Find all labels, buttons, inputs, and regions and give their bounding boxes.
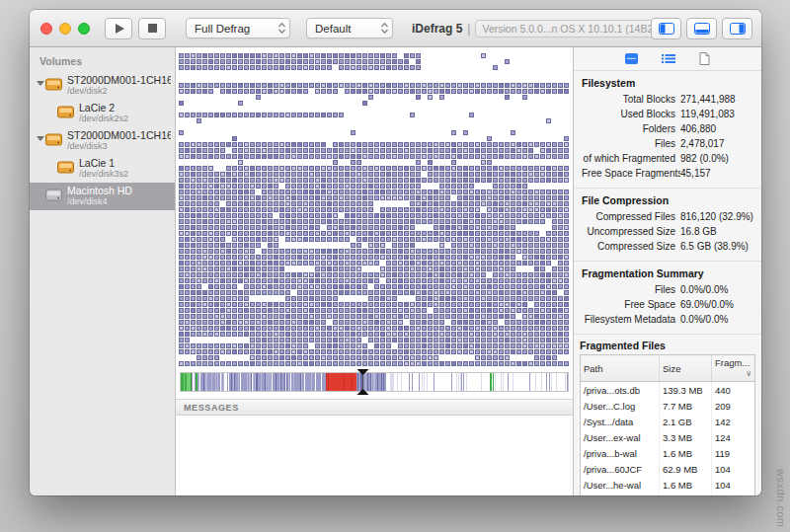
table-cell: /User...C.log [581, 398, 660, 414]
section-title: Fragmentation Summary [582, 267, 753, 279]
right-panel-icon [730, 23, 746, 35]
title-separator: | [467, 22, 470, 36]
stat-row: Free Space69.0%/0.0% [582, 297, 753, 312]
stat-value: 0.0%/0.0% [680, 282, 728, 297]
close-button[interactable] [40, 23, 52, 35]
volume-device: /dev/disk3s2 [79, 169, 171, 180]
messages-header-label: MESSAGES [184, 403, 239, 413]
column-header-fragm[interactable]: Fragm...∨ [712, 355, 755, 382]
tab-log[interactable] [699, 52, 710, 65]
minimize-button[interactable] [59, 23, 71, 35]
fragmented-file-row[interactable]: /priva...60JCF62.9 MB104 [581, 461, 755, 477]
stat-row: Filesystem Metadata0.0%/0.0% [582, 312, 753, 327]
stat-value: 0.0%/0.0% [680, 312, 728, 327]
fragmented-files-table[interactable]: PathSizeFragm...∨/priva...ots.db139.3 MB… [580, 354, 755, 495]
table-cell: 440 [712, 382, 755, 399]
table-cell: 62.9 MB [660, 461, 712, 477]
defrag-mode-value: Full Defrag [195, 23, 277, 35]
disclosure-triangle-icon[interactable] [37, 81, 44, 86]
toggle-inspector-button[interactable] [722, 18, 752, 39]
stop-defrag-button[interactable] [138, 18, 166, 39]
fragmented-file-row[interactable]: /priva...b-wal1.6 MB119 [581, 445, 755, 461]
stat-row: of which Fragmented982 (0.0%) [582, 151, 753, 166]
volume-name: LaCie 2 [79, 102, 171, 114]
stat-value: 69.0%/0.0% [680, 297, 734, 312]
stat-value: 16.8 GB [680, 224, 717, 239]
tab-legend[interactable] [662, 53, 675, 64]
blocks-icon [625, 53, 638, 64]
table-cell: 142 [712, 414, 755, 429]
volume-name: ST2000DM001-1CH164 [67, 74, 171, 86]
stat-value: 816,120 (32.9%) [680, 209, 753, 224]
toggle-messages-button[interactable] [686, 18, 717, 39]
inspector-section-file-compression: File CompressionCompressed Files816,120 … [574, 189, 761, 262]
volume-item-st2000dm001-1ch164-2[interactable]: ST2000DM001-1CH164/dev/disk3 [30, 127, 175, 155]
tab-statistics[interactable] [625, 53, 638, 64]
fragmented-files-title: Fragmented Files [580, 340, 755, 351]
stat-row: Files0.0%/0.0% [582, 282, 753, 297]
stat-label: Compressed Size [582, 239, 680, 254]
block-map-view[interactable] [179, 53, 570, 367]
external-drive-icon [45, 133, 62, 146]
table-cell: 104 [712, 477, 755, 493]
stat-label: Files [582, 282, 680, 297]
stat-label: Total Blocks [582, 92, 680, 107]
disk-overview-strip[interactable] [180, 369, 569, 395]
stat-label: Free Space [582, 297, 680, 312]
table-cell: /priva...b-wal [581, 445, 660, 461]
disclosure-triangle-icon[interactable] [37, 136, 44, 141]
fragmented-file-row[interactable]: /User...C.log7.7 MB209 [581, 398, 755, 414]
external-drive-icon [57, 106, 74, 118]
fragmented-files-section: Fragmented Files PathSizeFragm...∨/priva… [574, 335, 761, 495]
stat-row: Uncompressed Size16.8 GB [582, 224, 753, 239]
table-cell: 1.6 MB [660, 445, 712, 461]
profile-popup[interactable]: Default [306, 18, 393, 38]
volume-item-lacie-2-1[interactable]: LaCie 2/dev/disk2s2 [30, 100, 175, 127]
inspector-section-filesystem: FilesystemTotal Blocks271,441,988Used Bl… [574, 71, 761, 189]
stop-icon [148, 24, 157, 33]
volume-item-st2000dm001-1ch164-0[interactable]: ST2000DM001-1CH164/dev/disk2 [30, 72, 175, 100]
stat-label: of which Fragmented [582, 151, 680, 166]
window-title: iDefrag 5 | Version 5.0.0...n OS X 10.10… [412, 10, 670, 47]
table-cell: 1.6 MB [660, 477, 712, 493]
stat-row: Used Blocks119,491,083 [582, 107, 753, 121]
stat-row: Compressed Size6.5 GB (38.9%) [582, 239, 753, 254]
fragmented-file-row[interactable]: /User...ex-wal3.3 MB124 [581, 429, 755, 445]
list-icon [662, 53, 675, 64]
table-cell: 209 [712, 398, 755, 414]
table-cell: 3.3 MB [660, 429, 712, 445]
fragmented-file-row[interactable]: /User...he-wal1.6 MB104 [581, 477, 755, 493]
external-drive-icon [45, 78, 62, 91]
desktop-background: Full Defrag Default iDefrag 5 | Version … [0, 0, 790, 532]
table-cell: 2.1 GB [660, 414, 712, 429]
defrag-mode-popup[interactable]: Full Defrag [186, 18, 290, 38]
volume-device: /dev/disk3 [67, 141, 171, 152]
stat-value: 119,491,083 [680, 107, 735, 121]
stat-label: Folders [582, 121, 680, 136]
table-cell: /Syst.../data [581, 414, 660, 429]
volume-item-lacie-1-3[interactable]: LaCie 1/dev/disk3s2 [30, 155, 175, 183]
table-cell: 83 [712, 493, 755, 495]
play-icon [116, 24, 124, 34]
window-controls [40, 23, 90, 35]
window-content: Volumes ST2000DM001-1CH164/dev/disk2LaCi… [30, 47, 761, 495]
fragmented-file-row[interactable]: /priva...b-wal3.8 MB83 [581, 493, 755, 495]
toggle-sidebar-button[interactable] [651, 18, 681, 39]
fragmented-file-row[interactable]: /priva...ots.db139.3 MB440 [581, 382, 755, 399]
fragmented-file-row[interactable]: /Syst.../data2.1 GB142 [581, 414, 755, 429]
start-defrag-button[interactable] [105, 18, 132, 39]
table-header: PathSizeFragm...∨ [581, 355, 755, 382]
table-body: /priva...ots.db139.3 MB440/User...C.log7… [581, 382, 755, 496]
table-cell: 7.7 MB [660, 398, 712, 414]
column-header-path[interactable]: Path [581, 355, 660, 382]
table-cell: 104 [712, 461, 755, 477]
section-title: File Compression [582, 194, 753, 206]
inspector-section-fragmentation-summary: Fragmentation SummaryFiles0.0%/0.0%Free … [574, 262, 761, 335]
stat-row: Folders406,880 [582, 121, 753, 136]
volume-item-macintosh-hd-4[interactable]: Macintosh HD/dev/disk4 [30, 183, 175, 210]
fullscreen-button[interactable] [78, 23, 90, 35]
view-toggles [651, 18, 752, 39]
column-header-size[interactable]: Size [660, 355, 712, 382]
main-view: MESSAGES [176, 47, 573, 495]
section-title: Filesystem [582, 77, 753, 89]
